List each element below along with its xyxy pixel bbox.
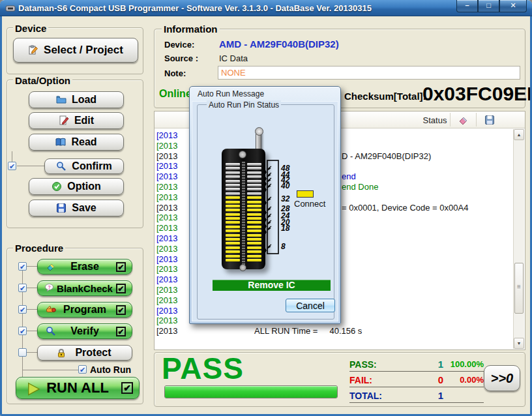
socket-slot-connected [226,217,240,220]
socket-slot-connected [247,226,261,228]
socket-slot-connected [226,209,240,211]
option-button[interactable]: Option [29,178,124,195]
magnifier-icon [56,161,66,171]
blankcheck-done-check: ✔ [116,284,126,293]
read-button[interactable]: Read [29,134,124,151]
blankcheck-checkbox[interactable]: ✔ [18,284,27,292]
scrollbar-thumb[interactable] [514,263,524,314]
edit-pencil-icon [59,115,69,126]
load-button[interactable]: Load [29,91,124,108]
auto-run-connector-line [22,370,78,370]
eraser-pen-icon [46,261,56,272]
confirm-button[interactable]: Confirm [44,158,124,174]
log-line: [2013 ALL RUN Time = 40.156 s [156,326,512,336]
online-status: Online [159,88,192,100]
divider [450,113,451,126]
play-icon [27,381,41,396]
read-label: Read [71,136,96,148]
run-all-button[interactable]: RUN ALL ✔ [16,377,140,399]
balloon-icon: ? [44,283,55,293]
total-count: 1 [409,390,443,401]
socket-slot-connected [226,213,240,216]
erase-checkbox[interactable]: ✔ [18,262,27,271]
load-label: Load [72,94,96,106]
auto-run-label: Auto Run [90,364,131,375]
scroll-up-button[interactable]: ▲ [514,129,524,140]
program-done-check: ✔ [116,305,126,315]
svg-text:40: 40 [280,181,290,190]
connect-legend-swatch [297,190,314,198]
cancel-button[interactable]: Cancel [286,299,335,312]
clear-log-eraser-icon[interactable] [458,115,469,125]
socket-slot-connected [226,230,240,232]
log-status-header: Status [318,115,532,125]
socket-slot-empty [226,180,240,183]
socket-slot-connected [226,196,240,199]
dialog-title: Auto Run Message [198,89,264,98]
folder-icon [56,95,66,105]
option-label: Option [67,181,101,192]
blankcheck-button[interactable]: ? BlankCheck ✔ [37,280,132,296]
progress-fill [165,386,337,398]
titlebar: Dataman-S6 Compact USB Programmer - Soft… [0,0,532,16]
connect-legend-label: Connect [294,199,325,209]
note-input[interactable]: NONE [218,66,520,80]
minimize-button[interactable]: – [456,0,478,12]
scroll-down-button[interactable]: ▼ [514,338,524,349]
protect-label: Protect [75,347,111,359]
device-group-label: Device [13,23,48,34]
edit-button[interactable]: Edit [29,112,124,129]
select-project-label: Select / Project [44,44,123,57]
program-button[interactable]: Program ✔ [37,302,132,318]
socket-slot-empty [247,180,261,183]
auto-run-checkbox[interactable]: ✔ [78,365,87,374]
verify-label: Verify [70,325,99,337]
close-button[interactable]: ✕ [499,0,527,12]
confirm-checkbox[interactable]: ✔ [8,162,16,170]
protect-button[interactable]: Protect [37,345,132,361]
socket-slot-connected [226,205,240,207]
socket-slot-empty [226,167,240,170]
counter-reset-button[interactable]: >>0 [484,365,520,391]
socket-slot-connected [226,234,240,237]
verify-button[interactable]: Verify ✔ [37,323,132,339]
erase-label: Erase [70,261,99,273]
save-label: Save [72,202,96,214]
verify-checkbox[interactable]: ✔ [18,327,27,335]
maximize-button[interactable]: □ [478,0,499,12]
progress-bar [164,385,338,398]
socket-slot-connected [226,255,240,258]
save-button[interactable]: Save [29,200,124,216]
log-scrollbar[interactable]: ▲ ▼ [513,129,524,349]
total-stat-row: TOTAL: 1 [349,389,484,403]
erase-button[interactable]: Erase ✔ [37,259,132,275]
socket-slot-connected [247,205,261,207]
program-checkbox[interactable]: ✔ [18,305,27,314]
socket-center-strip [242,162,245,266]
socket-slot-connected [226,226,240,228]
protect-checkbox[interactable]: ✔ [18,348,27,357]
socket-slot-connected [226,242,240,245]
socket-slot-connected [226,250,240,253]
socket-pin-column-left [226,163,240,264]
information-group-label: Information [162,23,220,35]
note-label: Note: [164,68,186,78]
connector-line [27,352,37,353]
result-text: PASS [162,351,244,386]
socket-slot-connected [226,238,240,241]
check-circle-icon [52,181,62,192]
checksum-value: 0x03FC09ED [422,83,532,105]
lock-icon [56,348,66,359]
socket-slot-connected [247,221,261,224]
socket-slot-connected [247,238,261,241]
pin-status-group-label: Auto Run Pin Status [207,100,281,110]
fail-label: FAIL: [349,375,409,385]
floppy-icon [56,203,66,213]
clipboard-pen-icon [28,45,38,55]
select-project-button[interactable]: Select / Project [13,38,138,63]
socket-slot-empty [226,184,240,186]
socket-slot-empty [226,163,240,166]
save-log-floppy-icon[interactable] [484,115,495,125]
app-icon [5,3,16,14]
pin-number-ruler: 4844424032282420188 [263,157,295,256]
